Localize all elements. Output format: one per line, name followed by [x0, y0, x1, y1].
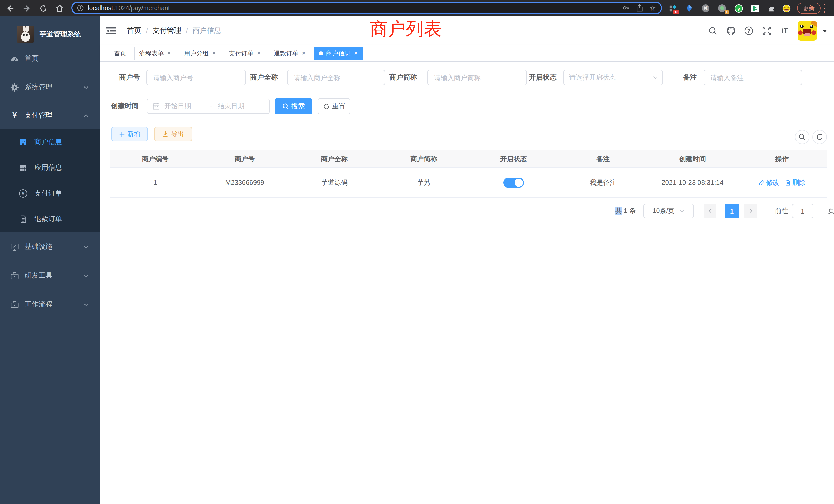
extension-command-icon[interactable]: ⌘: [701, 4, 710, 13]
edit-link[interactable]: 修改: [759, 178, 780, 187]
document-icon: [19, 215, 27, 223]
tab-process-form[interactable]: 流程表单✕: [134, 47, 176, 60]
status-toggle[interactable]: [503, 177, 524, 188]
add-button[interactable]: 新增: [111, 127, 148, 141]
fullscreen-icon[interactable]: [762, 26, 772, 36]
extension-badge: 10: [673, 10, 679, 14]
search-button[interactable]: 搜索: [275, 98, 312, 114]
tab-home[interactable]: 首页: [109, 47, 131, 60]
cell-short-name: 芋艿: [379, 168, 468, 197]
sidebar-item-label: 基础设施: [25, 242, 52, 251]
goto-page-input[interactable]: [792, 204, 813, 218]
sidebar-item-dev-tools[interactable]: 研发工具: [0, 261, 100, 290]
header-search-icon[interactable]: [708, 26, 718, 36]
close-icon[interactable]: ✕: [302, 51, 306, 56]
sidebar-item-label: 工作流程: [25, 300, 52, 309]
sidebar-item-app-info[interactable]: 应用信息: [0, 155, 100, 181]
date-end-placeholder[interactable]: 结束日期: [218, 101, 259, 111]
extension-blocks-icon[interactable]: 10: [668, 4, 677, 13]
refresh-button[interactable]: [812, 130, 827, 144]
tab-refund-order[interactable]: 退款订单✕: [269, 47, 311, 60]
back-icon[interactable]: [5, 3, 15, 13]
reset-button[interactable]: 重置: [318, 98, 350, 114]
remark-input[interactable]: [704, 70, 802, 85]
export-button[interactable]: 导出: [154, 127, 192, 141]
font-size-icon[interactable]: tT: [780, 26, 790, 36]
delete-link[interactable]: 删除: [785, 178, 806, 187]
date-start-placeholder[interactable]: 开始日期: [164, 101, 204, 111]
date-range-picker[interactable]: 开始日期 - 结束日期: [147, 98, 270, 114]
col-short-name: 商户简称: [379, 151, 468, 167]
browser-menu-icon[interactable]: [822, 4, 826, 13]
page-1-button[interactable]: 1: [725, 204, 739, 218]
close-icon[interactable]: ✕: [257, 51, 261, 56]
prev-page-button[interactable]: [704, 204, 717, 218]
sidebar-item-label: 系统管理: [25, 83, 52, 92]
extension-flag-icon[interactable]: [750, 4, 760, 13]
extension-emoji-icon[interactable]: [782, 4, 791, 13]
tab-label: 首页: [114, 49, 126, 58]
sidebar-collapse-icon[interactable]: [106, 26, 116, 36]
tab-merchant-info[interactable]: 商户信息✕: [313, 47, 363, 60]
date-separator: -: [204, 102, 218, 110]
extension-recorder-icon[interactable]: 1: [718, 4, 727, 13]
extension-y-icon[interactable]: y: [734, 4, 743, 13]
close-icon[interactable]: ✕: [354, 51, 358, 56]
site-info-icon[interactable]: [77, 5, 84, 11]
home-icon[interactable]: [54, 3, 65, 13]
chevron-down-icon: [83, 244, 89, 250]
avatar-caret-icon[interactable]: [823, 29, 827, 32]
help-icon[interactable]: ?: [744, 26, 754, 36]
password-key-icon[interactable]: [623, 4, 630, 12]
close-icon[interactable]: ✕: [212, 51, 216, 56]
active-dot: [319, 51, 323, 55]
page-size-select[interactable]: 10条/页: [643, 204, 694, 218]
shop-icon: [19, 138, 27, 146]
annotation-title: 商户列表: [370, 17, 442, 41]
goto-label: 前往: [775, 204, 788, 218]
close-icon[interactable]: ✕: [167, 51, 171, 56]
merchant-table: 商户编号 商户号 商户全称 商户简称 开启状态 备注 创建时间 操作 1 M23…: [110, 150, 827, 198]
url-path: :1024/pay/merchant: [113, 4, 170, 12]
briefcase-icon: [10, 300, 19, 309]
sidebar-item-refund-order[interactable]: 退款订单: [0, 206, 100, 232]
breadcrumb-home[interactable]: 首页: [127, 26, 141, 36]
sidebar-item-label: 商户信息: [35, 138, 62, 147]
delete-label: 删除: [792, 178, 806, 187]
extension-kite-icon[interactable]: [684, 4, 694, 13]
url-bar[interactable]: localhost:1024/pay/merchant ☆: [71, 2, 662, 14]
next-page-button[interactable]: [744, 204, 757, 218]
full-name-input[interactable]: [287, 70, 385, 85]
avatar[interactable]: [797, 21, 817, 41]
url-text[interactable]: localhost:1024/pay/merchant: [88, 4, 170, 12]
sidebar-item-label: 退款订单: [35, 214, 62, 224]
tab-pay-order[interactable]: 支付订单✕: [224, 47, 266, 60]
tab-label: 流程表单: [139, 49, 164, 58]
calendar-icon: [153, 102, 160, 110]
sidebar-item-infra[interactable]: 基础设施: [0, 232, 100, 261]
browser-update-button[interactable]: 更新: [797, 3, 821, 14]
reset-button-label: 重置: [332, 101, 345, 111]
breadcrumb-pay[interactable]: 支付管理: [153, 26, 181, 36]
sidebar-item-pay[interactable]: ¥ 支付管理: [0, 101, 100, 129]
github-icon[interactable]: [726, 26, 736, 36]
short-name-input[interactable]: [427, 70, 527, 85]
extension-puzzle-icon[interactable]: [767, 4, 776, 13]
sidebar-item-merchant-info[interactable]: 商户信息: [0, 129, 100, 155]
sidebar-item-pay-order[interactable]: ¥ 支付订单: [0, 181, 100, 206]
share-icon[interactable]: [637, 4, 643, 12]
sidebar-item-home[interactable]: 首页: [0, 44, 100, 73]
status-select[interactable]: 请选择开启状态: [563, 70, 663, 85]
status-label: 开启状态: [529, 70, 557, 85]
toggle-search-button[interactable]: [795, 130, 809, 144]
sidebar-item-system[interactable]: 系统管理: [0, 73, 100, 101]
reload-icon[interactable]: [38, 3, 48, 13]
forward-icon[interactable]: [22, 3, 32, 13]
sidebar-item-workflow[interactable]: 工作流程: [0, 290, 100, 319]
table-header: 商户编号 商户号 商户全称 商户简称 开启状态 备注 创建时间 操作: [110, 151, 827, 168]
bookmark-star-icon[interactable]: ☆: [650, 4, 656, 12]
cell-remark: 我是备注: [558, 168, 648, 197]
merchant-no-input[interactable]: [146, 70, 246, 85]
tab-label: 用户分组: [184, 49, 209, 58]
tab-user-group[interactable]: 用户分组✕: [179, 47, 221, 60]
